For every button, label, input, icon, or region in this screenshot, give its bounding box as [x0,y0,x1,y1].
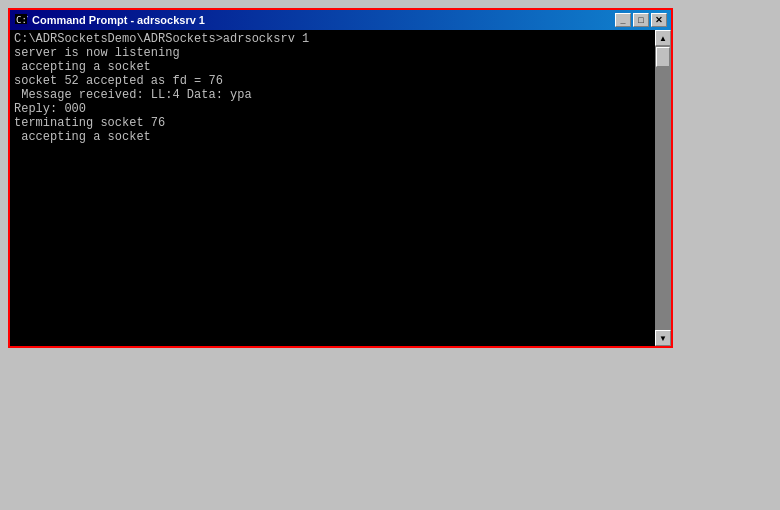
command-prompt-window: C:\ Command Prompt - adrsocksrv 1 _ □ ✕ … [8,8,673,348]
scroll-down-button[interactable]: ▼ [655,330,671,346]
close-button[interactable]: ✕ [651,13,667,27]
scroll-track [655,46,671,330]
titlebar: C:\ Command Prompt - adrsocksrv 1 _ □ ✕ [10,10,671,30]
window-title: Command Prompt - adrsocksrv 1 [32,14,611,26]
scrollbar: ▲ ▼ [655,30,671,346]
svg-text:C:\: C:\ [16,15,28,25]
minimize-button[interactable]: _ [615,13,631,27]
scroll-thumb[interactable] [656,47,670,67]
window-content: C:\ADRSocketsDemo\ADRSockets>adrsocksrv … [10,30,671,346]
titlebar-buttons: _ □ ✕ [615,13,667,27]
cmd-icon: C:\ [14,13,28,27]
maximize-button[interactable]: □ [633,13,649,27]
scroll-up-button[interactable]: ▲ [655,30,671,46]
terminal-output[interactable]: C:\ADRSocketsDemo\ADRSockets>adrsocksrv … [10,30,655,346]
